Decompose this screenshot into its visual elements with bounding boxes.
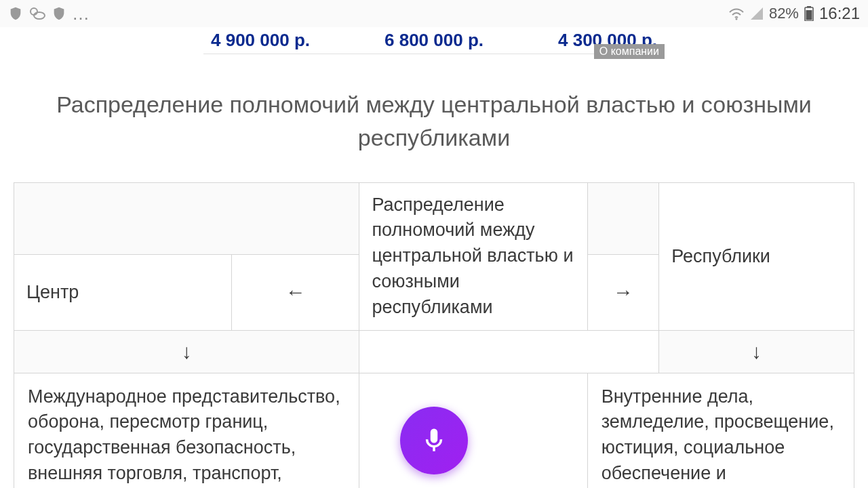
voice-assistant-button[interactable] <box>400 407 468 474</box>
empty-cell <box>587 182 659 254</box>
center-label-cell: Центр <box>14 254 232 330</box>
down-arrow-cell: ↓ <box>659 330 854 373</box>
page-heading: Распределение полномочий между центральн… <box>0 54 868 182</box>
battery-icon <box>804 6 814 21</box>
ad-price[interactable]: 4 900 000 р. <box>211 30 310 54</box>
wifi-icon <box>728 7 745 20</box>
svg-rect-5 <box>806 10 812 20</box>
microphone-icon <box>420 426 448 455</box>
left-arrow-cell: ← <box>232 254 359 330</box>
right-arrow-cell: → <box>587 254 659 330</box>
ad-price[interactable]: 6 800 000 р. <box>384 30 484 54</box>
empty-cell <box>14 182 359 254</box>
status-left: … <box>8 3 91 24</box>
ad-banner: 4 900 000 р. 6 800 000 р. 4 300 000 р. О… <box>203 27 665 54</box>
shield-icon <box>8 5 23 22</box>
center-title-cell: Распределение полномочий между центральн… <box>359 182 587 330</box>
about-company-badge[interactable]: О компании <box>594 44 665 59</box>
more-icon: … <box>72 3 91 24</box>
republics-label-cell: Республики <box>659 182 854 330</box>
down-arrow-cell: ↓ <box>14 330 359 373</box>
republics-body-cell: Внутренние дела, земледелие, просвещение… <box>587 373 854 488</box>
weather-icon <box>28 6 46 21</box>
signal-icon <box>750 7 764 20</box>
shield-icon <box>52 5 66 22</box>
status-right: 82% 16:21 <box>728 4 860 23</box>
empty-body-cell <box>359 373 587 488</box>
empty-cell <box>359 330 659 373</box>
battery-percent: 82% <box>769 5 799 22</box>
clock: 16:21 <box>819 4 860 23</box>
status-bar: … 82% 16:21 <box>0 0 868 27</box>
center-body-cell: Международное представительство, оборона… <box>14 373 359 488</box>
svg-point-1 <box>34 12 45 19</box>
svg-point-2 <box>735 18 737 20</box>
